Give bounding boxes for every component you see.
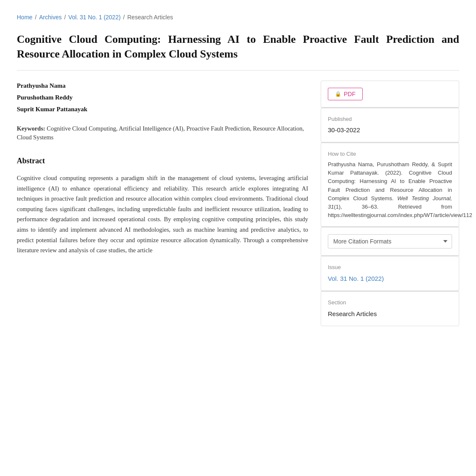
- keywords-values: Cognitive Cloud Computing, Artificial In…: [17, 125, 304, 141]
- abstract-text: Cognitive cloud computing represents a p…: [17, 173, 308, 256]
- breadcrumb-volume[interactable]: Vol. 31 No. 1 (2022): [68, 13, 121, 22]
- keywords-label: Keywords:: [17, 125, 45, 132]
- abstract-section: Abstract Cognitive cloud computing repre…: [17, 155, 308, 256]
- pdf-section: 🔒 PDF: [321, 81, 459, 107]
- published-section: Published 30-03-2022: [321, 108, 459, 143]
- sidebar: 🔒 PDF Published 30-03-2022 How to Cite: [321, 81, 459, 326]
- pdf-inner: 🔒 PDF: [321, 81, 459, 107]
- how-to-cite-label: How to Cite: [328, 150, 452, 159]
- authors-section: Prathyusha Nama Purushotham Reddy Suprit…: [17, 81, 308, 114]
- issue-inner: Issue Vol. 31 No. 1 (2022): [321, 256, 459, 290]
- issue-section: Issue Vol. 31 No. 1 (2022): [321, 256, 459, 291]
- breadcrumb-sep-1: /: [35, 13, 37, 22]
- how-to-cite-section: How to Cite Prathyusha Nama, Purushotham…: [321, 143, 459, 227]
- breadcrumb-sep-3: /: [123, 13, 125, 22]
- main-content: Prathyusha Nama Purushotham Reddy Suprit…: [17, 81, 308, 256]
- section-label: Section: [328, 298, 452, 307]
- lock-icon: 🔒: [335, 91, 341, 97]
- issue-link[interactable]: Vol. 31 No. 1 (2022): [328, 275, 384, 282]
- published-inner: Published 30-03-2022: [321, 108, 459, 142]
- author-2: Purushotham Reddy: [17, 92, 308, 102]
- breadcrumb-archives[interactable]: Archives: [39, 13, 62, 22]
- author-1: Prathyusha Nama: [17, 81, 308, 91]
- issue-label: Issue: [328, 263, 452, 272]
- page-wrapper: Home / Archives / Vol. 31 No. 1 (2022) /…: [0, 0, 476, 339]
- section-section: Section Research Articles: [321, 291, 459, 326]
- citation-formats-inner: More Citation Formats: [321, 228, 459, 255]
- citation-text: Prathyusha Nama, Purushotham Reddy, & Su…: [328, 160, 452, 220]
- section-inner: Section Research Articles: [321, 292, 459, 326]
- author-3: Suprit Kumar Pattanayak: [17, 104, 308, 114]
- article-title: Cognitive Cloud Computing: Harnessing AI…: [17, 32, 459, 70]
- pdf-label: PDF: [344, 91, 356, 97]
- citation-vol-num: 31: [328, 204, 334, 210]
- citation-formats-section: More Citation Formats: [321, 227, 459, 256]
- breadcrumb-sep-2: /: [64, 13, 66, 22]
- breadcrumb: Home / Archives / Vol. 31 No. 1 (2022) /…: [17, 13, 459, 22]
- citation-formats-dropdown[interactable]: More Citation Formats: [328, 234, 452, 248]
- published-label: Published: [328, 115, 452, 124]
- citation-journal: Well Testing Journal,: [397, 195, 452, 201]
- content-layout: Prathyusha Nama Purushotham Reddy Suprit…: [17, 81, 459, 326]
- section-value: Research Articles: [328, 309, 452, 319]
- citation-rest: (1), 36–63. Retrieved from https://wellt…: [328, 204, 472, 218]
- published-date: 30-03-2022: [328, 125, 452, 135]
- breadcrumb-section: Research Articles: [127, 13, 173, 22]
- breadcrumb-home[interactable]: Home: [17, 13, 32, 22]
- abstract-heading: Abstract: [17, 155, 308, 167]
- pdf-button[interactable]: 🔒 PDF: [328, 88, 363, 100]
- keywords-section: Keywords: Cognitive Cloud Computing, Art…: [17, 124, 308, 143]
- how-to-cite-inner: How to Cite Prathyusha Nama, Purushotham…: [321, 143, 459, 226]
